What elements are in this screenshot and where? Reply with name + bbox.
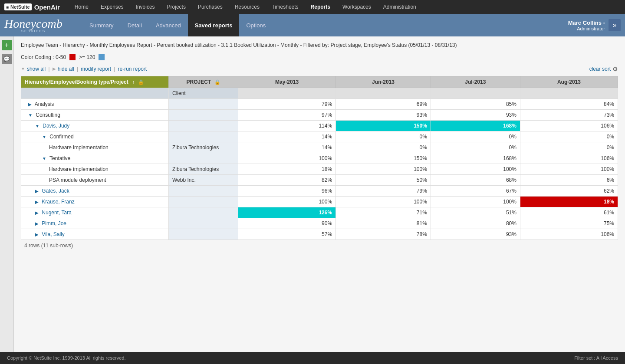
settings-icon[interactable]: ⚙ [612,66,618,72]
expand-pimm-icon[interactable] [35,221,39,226]
table-row: Tentative 100% 150% 168% 106% [21,153,618,164]
row-pimm-may: 90% [238,218,336,229]
top-navigation: ■ NetSuite OpenAir Home Expenses Invoice… [0,0,625,14]
gates-link[interactable]: Gates, Jack [42,188,69,194]
expand-tentative-icon[interactable] [42,156,46,161]
toolbar-right: clear sort ⚙ [589,66,618,72]
ns-logo-icon: ■ [6,5,9,10]
row-consulting-project [169,109,238,120]
table-row: Hardware implementation Zibura Technolog… [21,142,618,153]
sidebar: + 💬 [0,36,14,352]
row-krause-label: Krause, Franz [21,196,169,207]
nav-administration[interactable]: Administration [377,0,422,14]
subheader-hierarchy [21,88,169,98]
expand-confirmed-icon[interactable] [42,134,46,139]
comment-button[interactable]: 💬 [2,54,12,64]
row-krause-jul: 100% [431,196,520,207]
user-role: Administrator [568,26,605,31]
row-hw-tent-jun: 100% [336,164,431,174]
row-krause-aug: 18% [520,196,618,207]
nav-resources[interactable]: Resources [229,0,266,14]
hide-all-link[interactable]: hide all [58,66,74,72]
row-analysis-jul: 85% [431,98,520,109]
table-row: Hardware implementation Zibura Technolog… [21,164,618,174]
row-confirmed-may: 14% [238,131,336,142]
color-high-label: >= 120 [79,54,95,60]
row-psa-jul: 68% [431,174,520,185]
row-tentative-aug: 106% [520,153,618,164]
expand-analysis-icon[interactable] [28,102,32,107]
user-area: Marc Collins - Administrator » [568,19,621,31]
sort-hierarchy-icon[interactable]: ↑ [132,79,135,85]
page-footer: Copyright © NetSuite Inc. 1999-2013 All … [0,352,625,364]
tab-saved-reports[interactable]: Saved reports [188,14,240,36]
expand-nugent-icon[interactable] [35,210,39,215]
krause-link[interactable]: Krause, Franz [42,199,74,205]
row-gates-project [169,185,238,196]
table-row: PSA module deployment Webb Inc. 82% 50% … [21,174,618,185]
table-row: Krause, Franz 100% 100% 100% 18% [21,196,618,207]
row-confirmed-label: Confirmed [21,131,169,142]
table-row: Consulting 97% 93% 93% 73% [21,109,618,120]
nav-workspaces[interactable]: Workspaces [336,0,377,14]
row-nugent-label: Nugent, Tara [21,207,169,218]
davis-link[interactable]: Davis, Judy [43,123,69,129]
row-nugent-project [169,207,238,218]
nav-home[interactable]: Home [69,0,95,14]
modify-report-link[interactable]: modify report [81,66,111,72]
row-gates-may: 96% [238,185,336,196]
tab-advanced[interactable]: Advanced [149,14,188,36]
row-davis-jul: 168% [431,120,520,131]
expand-button[interactable]: » [609,19,621,31]
col-hierarchy: Hierarchy/Employee/Booking type/Project … [21,76,169,88]
pimm-link[interactable]: Pimm, Joe [42,220,66,226]
copyright-text: Copyright © NetSuite Inc. 1999-2013 All … [7,355,125,361]
row-krause-jun: 100% [336,196,431,207]
row-psa-jun: 50% [336,174,431,185]
expand-davis-icon[interactable] [35,124,39,128]
row-vila-jun: 78% [336,229,431,239]
row-hw-tent-label: Hardware implementation [21,164,169,174]
col-jun: Jun-2013 [336,76,431,88]
report-toolbar: ▼ show all | ▶ hide all | modify report … [21,66,618,72]
add-button[interactable]: + [2,40,12,50]
expand-gates-icon[interactable] [35,189,39,193]
table-row: Davis, Judy 114% 150% 168% 106% [21,120,618,131]
row-confirmed-jul: 0% [431,131,520,142]
nav-reports[interactable]: Reports [305,0,336,14]
nugent-link[interactable]: Nugent, Tara [42,210,72,216]
col-aug: Aug-2013 [520,76,618,88]
user-name: Marc Collins - [568,20,605,26]
tab-detail[interactable]: Detail [121,14,149,36]
vila-link[interactable]: Vila, Sally [42,231,64,237]
clear-sort-link[interactable]: clear sort [589,66,611,72]
rerun-report-link[interactable]: re-run report [118,66,147,72]
row-tentative-project [169,153,238,164]
nav-timesheets[interactable]: Timesheets [266,0,305,14]
table-row: Analysis 79% 69% 85% 84% [21,98,618,109]
row-nugent-aug: 61% [520,207,618,218]
row-hw-tent-aug: 100% [520,164,618,174]
lock-hierarchy-icon[interactable]: 🔒 [138,79,144,85]
show-all-link[interactable]: show all [27,66,46,72]
expand-consulting-icon[interactable] [28,113,33,118]
nav-invoices[interactable]: Invoices [130,0,161,14]
nav-projects[interactable]: Projects [161,0,192,14]
table-row: Gates, Jack 96% 79% 67% 62% [21,185,618,196]
row-hw-confirmed-label: Hardware implementation [21,142,169,153]
row-hw-tent-project: Zibura Technologies [169,164,238,174]
hide-all-tri: ▶ [53,66,56,71]
expand-vila-icon[interactable] [35,232,39,237]
expand-krause-icon[interactable] [35,200,39,204]
row-davis-project [169,120,238,131]
nav-expenses[interactable]: Expenses [95,0,130,14]
nav-purchases[interactable]: Purchases [192,0,229,14]
tab-options[interactable]: Options [239,14,273,36]
table-row: Vila, Sally 57% 78% 93% 106% [21,229,618,239]
tab-summary[interactable]: Summary [82,14,121,36]
row-consulting-jun: 93% [336,109,431,120]
subheader-client: Client [169,88,238,98]
second-navigation: Honeycomb SERVICES Summary Detail Advanc… [0,14,625,36]
subheader-may [238,88,336,98]
row-pimm-project [169,218,238,229]
